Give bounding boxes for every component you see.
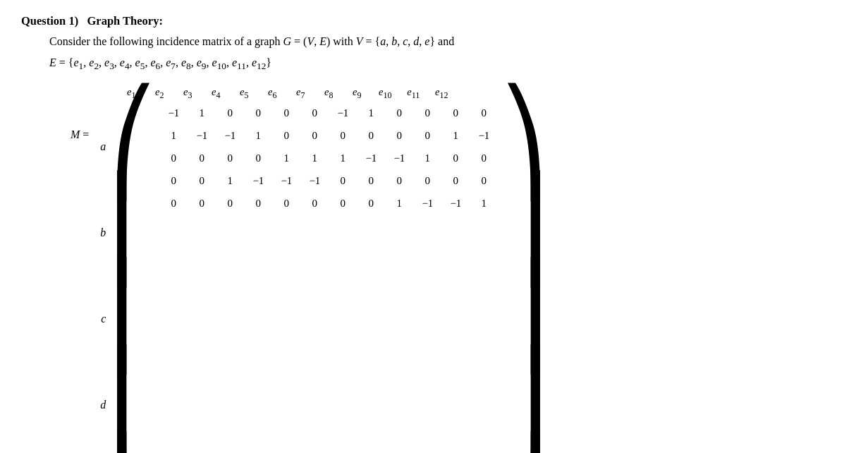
cell-e-3: 0 bbox=[216, 198, 244, 210]
cell-c-4: 0 bbox=[244, 152, 272, 164]
bracket-left: ⎛⎜⎜⎜⎝ bbox=[109, 99, 158, 453]
question-header: Question 1) Graph Theory: bbox=[21, 14, 847, 28]
cell-a-8: 1 bbox=[357, 107, 385, 119]
cell-b-2: −1 bbox=[188, 130, 216, 142]
intro-line1: Consider the following incidence matrix … bbox=[49, 32, 847, 51]
cell-a-2: 1 bbox=[188, 107, 216, 119]
cell-a-6: 0 bbox=[300, 107, 329, 119]
cell-b-7: 0 bbox=[329, 130, 357, 142]
cell-e-12: 1 bbox=[470, 198, 498, 210]
cell-d-8: 0 bbox=[357, 175, 385, 187]
cell-b-1: 1 bbox=[159, 130, 188, 142]
col-header-e3: e3 bbox=[173, 86, 202, 101]
bracket-right: ⎞⎟⎟⎟⎠ bbox=[499, 99, 549, 453]
matrix-section: M = e1 e2 e3 e4 e5 e6 e7 e8 e9 e10 e11 e… bbox=[49, 86, 847, 453]
row-labels: a b c d e bbox=[94, 102, 106, 453]
cell-a-1: −1 bbox=[159, 107, 188, 119]
cell-c-8: −1 bbox=[357, 152, 385, 164]
matrix-cells: −1 1 0 0 0 0 −1 1 0 0 0 0 bbox=[159, 102, 498, 453]
matrix-row-a: −1 1 0 0 0 0 −1 1 0 0 0 0 bbox=[159, 102, 498, 125]
col-header-e10: e10 bbox=[371, 86, 399, 101]
cell-a-7: −1 bbox=[329, 107, 357, 119]
cell-b-10: 0 bbox=[413, 130, 441, 142]
cell-a-9: 0 bbox=[385, 107, 413, 119]
col-headers: e1 e2 e3 e4 e5 e6 e7 e8 e9 e10 e11 e12 bbox=[117, 86, 456, 101]
matrix-container: e1 e2 e3 e4 e5 e6 e7 e8 e9 e10 e11 e12 bbox=[94, 86, 549, 453]
cell-d-1: 0 bbox=[159, 175, 188, 187]
matrix-row-d: 0 0 1 −1 −1 −1 0 0 0 0 0 0 bbox=[159, 170, 498, 193]
question-number: Question 1) bbox=[21, 14, 78, 28]
cell-c-12: 0 bbox=[470, 152, 498, 164]
E-set-line: E = {e1, e2, e3, e4, e5, e6, e7, e8, e9,… bbox=[49, 54, 847, 74]
row-label-a: a bbox=[94, 135, 106, 158]
cell-a-4: 0 bbox=[244, 107, 272, 119]
matrix-rows-wrapper: a b c d e ⎛⎜⎜⎜⎝ −1 1 0 bbox=[94, 102, 549, 453]
cell-a-12: 0 bbox=[470, 107, 498, 119]
col-header-e5: e5 bbox=[230, 86, 258, 101]
cell-d-4: −1 bbox=[244, 175, 272, 187]
cell-b-11: 1 bbox=[441, 130, 470, 142]
cell-e-7: 0 bbox=[329, 198, 357, 210]
col-header-e6: e6 bbox=[258, 86, 286, 101]
cell-c-7: 1 bbox=[329, 152, 357, 164]
cell-e-9: 1 bbox=[385, 198, 413, 210]
cell-b-9: 0 bbox=[385, 130, 413, 142]
cell-c-9: −1 bbox=[385, 152, 413, 164]
matrix-label: M = bbox=[71, 128, 89, 141]
cell-d-6: −1 bbox=[300, 175, 329, 187]
row-label-c: c bbox=[94, 308, 106, 330]
matrix-row-e: 0 0 0 0 0 0 0 0 1 −1 −1 1 bbox=[159, 193, 498, 215]
question-title: Graph Theory: bbox=[87, 14, 163, 28]
cell-e-5: 0 bbox=[272, 198, 300, 210]
cell-b-6: 0 bbox=[300, 130, 329, 142]
cell-d-7: 0 bbox=[329, 175, 357, 187]
cell-e-2: 0 bbox=[188, 198, 216, 210]
col-header-e9: e9 bbox=[343, 86, 371, 101]
cell-e-4: 0 bbox=[244, 198, 272, 210]
cell-e-11: −1 bbox=[441, 198, 470, 210]
cell-b-5: 0 bbox=[272, 130, 300, 142]
col-header-e11: e11 bbox=[399, 86, 427, 101]
matrix-row-c: 0 0 0 0 1 1 1 −1 −1 1 0 0 bbox=[159, 147, 498, 170]
cell-b-4: 1 bbox=[244, 130, 272, 142]
cell-c-6: 1 bbox=[300, 152, 329, 164]
col-header-e4: e4 bbox=[202, 86, 230, 101]
cell-c-5: 1 bbox=[272, 152, 300, 164]
row-label-d: d bbox=[94, 394, 106, 416]
cell-d-2: 0 bbox=[188, 175, 216, 187]
cell-e-6: 0 bbox=[300, 198, 329, 210]
cell-b-8: 0 bbox=[357, 130, 385, 142]
col-header-e12: e12 bbox=[427, 86, 456, 101]
cell-b-12: −1 bbox=[470, 130, 498, 142]
cell-d-11: 0 bbox=[441, 175, 470, 187]
cell-e-1: 0 bbox=[159, 198, 188, 210]
cell-e-10: −1 bbox=[413, 198, 441, 210]
cell-d-12: 0 bbox=[470, 175, 498, 187]
cell-b-3: −1 bbox=[216, 130, 244, 142]
col-header-e7: e7 bbox=[286, 86, 314, 101]
cell-c-10: 1 bbox=[413, 152, 441, 164]
graph-G: G bbox=[283, 35, 291, 47]
cell-a-10: 0 bbox=[413, 107, 441, 119]
cell-a-3: 0 bbox=[216, 107, 244, 119]
page-content: Question 1) Graph Theory: Consider the f… bbox=[21, 14, 847, 453]
cell-d-3: 1 bbox=[216, 175, 244, 187]
cell-c-11: 0 bbox=[441, 152, 470, 164]
matrix-row-b: 1 −1 −1 1 0 0 0 0 0 0 1 −1 bbox=[159, 125, 498, 147]
cell-a-5: 0 bbox=[272, 107, 300, 119]
cell-c-2: 0 bbox=[188, 152, 216, 164]
row-label-b: b bbox=[94, 222, 106, 244]
cell-e-8: 0 bbox=[357, 198, 385, 210]
cell-d-5: −1 bbox=[272, 175, 300, 187]
col-header-e8: e8 bbox=[314, 86, 343, 101]
cell-c-1: 0 bbox=[159, 152, 188, 164]
cell-d-9: 0 bbox=[385, 175, 413, 187]
question-body: Consider the following incidence matrix … bbox=[49, 32, 847, 453]
cell-d-10: 0 bbox=[413, 175, 441, 187]
cell-a-11: 0 bbox=[441, 107, 470, 119]
cell-c-3: 0 bbox=[216, 152, 244, 164]
